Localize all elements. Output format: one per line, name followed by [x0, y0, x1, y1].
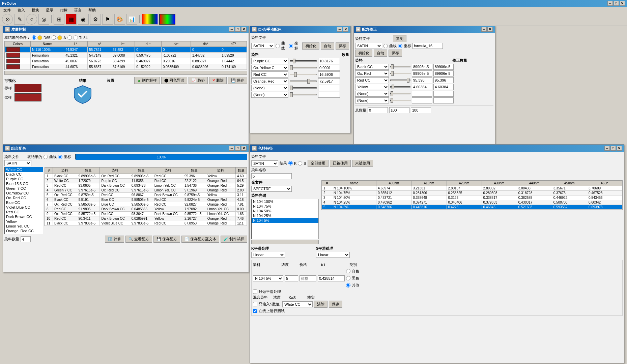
am-dye-select-1[interactable]: Ox. Yellow C	[251, 65, 288, 71]
cc-row-9[interactable]: 10 Red CC 90.3411 Dark Brown CC 0.028599…	[45, 216, 247, 221]
fc-dye-v1-2[interactable]	[412, 77, 432, 83]
fc-dye-slider-1[interactable]	[390, 73, 410, 74]
am-dye-slider-4[interactable]	[290, 87, 317, 89]
tool-open[interactable]: ⊙	[2, 14, 13, 25]
menu-indicator[interactable]: 指标	[58, 7, 69, 13]
qc-row-3[interactable]: Fomulation 44.6876 55.8357 37.6169 0.152…	[5, 64, 247, 70]
fc-auto-btn[interactable]: 自动	[374, 50, 387, 57]
cc-dye-item-4[interactable]: Green 7 CC	[5, 186, 43, 191]
am-dye-select-3[interactable]: Orange. Rec	[251, 78, 288, 84]
dc-row-1[interactable]: 2 N 104 75% 0.365412 0.281306 0.258325 0…	[322, 191, 622, 195]
qc-row-1[interactable]: Fomulation 45.1321 54.7149 39.0008 0.597…	[5, 53, 247, 58]
qc-row-0[interactable]: N 116 100% 44.5347 55.7821 37.553 0 0 0 …	[5, 47, 247, 53]
fc-total3[interactable]	[411, 107, 431, 113]
fc-dye-v1-1[interactable]	[412, 70, 432, 77]
fc-total1[interactable]	[368, 107, 388, 113]
cc-dye-item-6[interactable]: Ox. Red CC	[5, 195, 43, 200]
am-dye-select-4[interactable]: (None)	[251, 85, 288, 91]
cc-dye-qty-input[interactable]	[21, 236, 31, 242]
delete-btn[interactable]: ✕ 删除	[209, 77, 227, 84]
dc-unused-btn[interactable]: 未被使用	[352, 160, 373, 167]
qc-save-btn[interactable]: 💾 保存	[228, 77, 247, 84]
fc-init-btn[interactable]: 初始化	[355, 50, 372, 57]
am-dye-value-5[interactable]	[318, 92, 340, 98]
cc-dye-item-12[interactable]: Limon Yel. CC	[5, 224, 43, 229]
cc-dye-item-9[interactable]: Red CC	[5, 210, 43, 214]
dc-row-0[interactable]: 1 N 104 100% 4.63974 3.21381 2.80107 2.8…	[322, 186, 622, 191]
fc-copy-btn[interactable]: 复制	[393, 35, 406, 42]
fc-dye-slider-5[interactable]	[390, 100, 410, 101]
cc-row-3[interactable]: 4 Green 7 CC 9.97615e-5 Ox. Red CC 9.976…	[45, 188, 247, 193]
cc-close[interactable]: ✕	[241, 146, 247, 151]
cc-row-5[interactable]: 6 Black CC 9.5191 Blue CC 9.58506e-5 Red…	[45, 198, 247, 202]
dc-spectra-100[interactable]: N 104 100%	[252, 199, 318, 204]
fc-dye-v2-0[interactable]	[433, 64, 454, 70]
trend-btn[interactable]: 📈 趋势	[189, 77, 208, 84]
fc-dye-select-5[interactable]: (None)	[355, 97, 389, 103]
fc-dye-v2-4[interactable]	[433, 91, 454, 97]
cc-make-sample-btn[interactable]: 🧪 制作试样	[221, 236, 247, 243]
dc-spectra-25[interactable]: N 104 25%	[252, 213, 318, 218]
fc-dye-v2-2[interactable]	[433, 77, 454, 83]
illum-tl84-radio[interactable]	[67, 35, 72, 40]
dc-row-2[interactable]: 3 N 104 50% 0.433721 0.338648 0.3122 0.3…	[322, 195, 622, 200]
cc-dye-item-8[interactable]: Violet Blue CC	[5, 205, 43, 210]
cc-dye-item-0[interactable]: White CC	[5, 167, 43, 172]
fc-dye-slider-0[interactable]	[390, 66, 410, 67]
am-dye-slider-0[interactable]	[290, 60, 317, 62]
am-dye-select-5[interactable]: (None)	[251, 92, 288, 98]
dc-spectra-scrollbar[interactable]	[251, 240, 319, 244]
dc-k1-input[interactable]	[318, 275, 345, 281]
cc-dye-list[interactable]: White CCBlack CCPurple CCBlue 15:3 CCGre…	[4, 167, 43, 234]
dc-maximize[interactable]: □	[610, 146, 616, 151]
dc-conc-input[interactable]	[285, 275, 298, 281]
cc-dye-item-13[interactable]: Orange. Red CC	[5, 229, 43, 233]
fc-dye-v2-3[interactable]	[433, 84, 454, 90]
fc-minimize[interactable]: ─	[481, 27, 487, 32]
tool-chart[interactable]: 📊	[126, 14, 137, 25]
cc-row-0[interactable]: 1 Black CC 9.89906e-5 Ox. Red CC 9.89906…	[45, 174, 247, 179]
fc-close[interactable]: ✕	[487, 27, 493, 32]
cc-calc-btn[interactable]: 🔢 计算	[105, 236, 124, 243]
menu-input[interactable]: 输入	[16, 7, 27, 13]
tool-color2[interactable]: ◉	[78, 14, 89, 25]
maximize-btn[interactable]: □	[614, 1, 619, 6]
qc-row-2[interactable]: Fomulation 45.0037 56.0723 38.4399 0.469…	[5, 58, 247, 64]
dc-dyefile-select[interactable]: SATIN	[251, 160, 278, 166]
dc-spectra-75[interactable]: N 104 75%	[252, 204, 318, 209]
cc-dye-item-2[interactable]: Purple CC	[5, 177, 43, 181]
am-close[interactable]: ✕	[343, 27, 348, 32]
dc-s-radio[interactable]	[298, 161, 302, 165]
am-dye-slider-5[interactable]	[290, 94, 317, 95]
cc-view-formula-btn[interactable]: 🔍 查看配方	[125, 236, 152, 243]
fc-total2[interactable]	[389, 107, 409, 113]
tool-settings[interactable]: ⚙	[90, 14, 101, 25]
dc-s-smooth-select[interactable]: Linear	[316, 252, 350, 258]
dc-dye2-select[interactable]: White CC	[282, 301, 313, 307]
am-dye-value-2[interactable]	[318, 71, 340, 78]
am-dye-value-0[interactable]	[318, 58, 340, 64]
fc-dye-v1-3[interactable]	[412, 84, 432, 90]
cc-maximize[interactable]: □	[235, 146, 240, 151]
cc-dye-item-1[interactable]: Black CC	[5, 172, 43, 177]
menu-module[interactable]: 模块	[30, 7, 41, 13]
cc-row-7[interactable]: 8 Red CC 91.9805 Dark Brown CC 0.0485365…	[45, 207, 247, 212]
dc-spectra-5[interactable]: N 104 5%	[252, 218, 318, 223]
dc-price-input[interactable]	[300, 275, 316, 281]
fc-dye-v1-0[interactable]	[412, 64, 432, 70]
dc-spectra-50[interactable]: N 104 50%	[252, 209, 318, 213]
dc-save-btn2[interactable]: 保存	[329, 301, 342, 308]
am-dyefile-select[interactable]: SATIN	[251, 43, 274, 49]
dc-row-4[interactable]: 5 N 104 5% 0.548706 0.445816 0.4228 0.46…	[322, 205, 622, 210]
cc-row-10[interactable]: 11 Black CC 9.97836e-5 Violet Blue CC 9.…	[45, 221, 247, 226]
am-coord-radio[interactable]	[289, 44, 293, 48]
dc-lightfile-select[interactable]: SPECTRE	[251, 186, 292, 192]
dc-used-btn[interactable]: 已被使用	[330, 160, 351, 167]
tool-spectrum1[interactable]	[142, 14, 158, 25]
dc-clear-btn[interactable]: 清除	[314, 301, 327, 308]
fc-dye-v2-5[interactable]	[433, 97, 454, 103]
dc-spectra-list[interactable]: N 104 100% N 104 75% N 104 50% N 104 25%…	[251, 199, 319, 239]
fc-dye-v1-5[interactable]	[412, 97, 432, 103]
tool-spectrum2[interactable]	[159, 14, 175, 25]
cc-row-8[interactable]: 9 Ox. Red CC 9.85772e-5 Red CC 98.3647 D…	[45, 212, 247, 216]
